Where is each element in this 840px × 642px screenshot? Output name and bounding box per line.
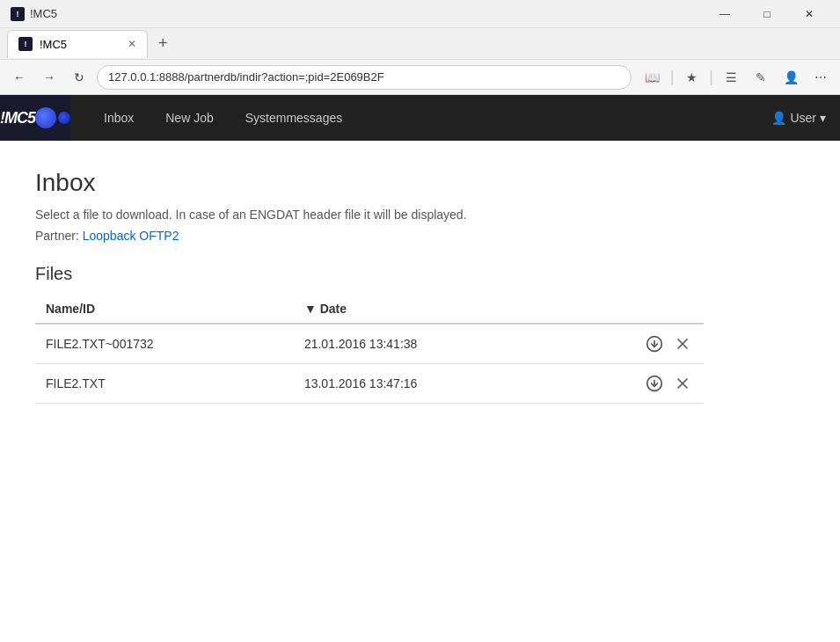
bookmark-icon[interactable]: ★	[679, 65, 704, 90]
logo-circles	[35, 107, 70, 128]
back-button[interactable]: ←	[7, 65, 32, 90]
file-date: 13.01.2016 13:47:16	[294, 364, 563, 404]
new-tab-button[interactable]: +	[151, 31, 175, 56]
action-icons-group	[573, 373, 693, 394]
nav-link-systemmessages[interactable]: Systemmessages	[230, 97, 358, 139]
page-description: Select a file to download. In case of an…	[35, 208, 805, 222]
nav-link-new-job[interactable]: New Job	[150, 97, 229, 139]
logo-circle-big	[35, 107, 56, 128]
table-row: FILE2.TXT13.01.2016 13:47:16	[35, 364, 704, 404]
user-menu[interactable]: 👤 User ▾	[757, 111, 840, 125]
file-name: FILE2.TXT~001732	[35, 324, 294, 364]
icon-separator2: |	[709, 68, 713, 86]
logo-circle-small	[58, 112, 70, 124]
table-header-row: Name/ID ▼ Date	[35, 295, 704, 324]
delete-button[interactable]	[672, 373, 693, 394]
tab-bar: ! !MC5 ✕ +	[0, 28, 840, 60]
files-heading: Files	[35, 264, 805, 284]
user-dropdown-icon: ▾	[820, 111, 826, 125]
active-tab[interactable]: ! !MC5 ✕	[7, 30, 148, 58]
download-button[interactable]	[644, 333, 665, 354]
address-bar[interactable]	[97, 65, 632, 90]
tabs-container: ! !MC5 ✕ +	[7, 30, 175, 58]
partner-line: Partner: Loopback OFTP2	[35, 229, 805, 243]
delete-button[interactable]	[672, 333, 693, 354]
page-title: Inbox	[35, 169, 805, 197]
main-content: Inbox Select a file to download. In case…	[0, 141, 840, 580]
window-controls: — □ ✕	[705, 0, 829, 28]
table-row: FILE2.TXT~00173221.01.2016 13:41:38	[35, 324, 704, 364]
forward-button[interactable]: →	[37, 65, 62, 90]
app-navbar: !MC5 Inbox New Job Systemmessages 👤 User…	[0, 95, 840, 141]
minimize-button[interactable]: —	[705, 0, 745, 28]
window-titlebar: ! !MC5 — □ ✕	[0, 0, 840, 28]
browser-controls: ← → ↻ 📖 | ★ | ☰ ✎ 👤 ⋯	[0, 60, 840, 95]
browser-icons: 📖 | ★ | ☰ ✎ 👤 ⋯	[640, 65, 833, 90]
edit-icon[interactable]: ✎	[749, 65, 773, 90]
action-icons-group	[573, 333, 693, 354]
window-title-text: ! !MC5	[11, 7, 57, 21]
file-actions	[563, 364, 704, 404]
nav-links: Inbox New Job Systemmessages	[70, 97, 358, 139]
app-logo: !MC5	[0, 95, 70, 141]
reader-view-icon[interactable]: 📖	[640, 65, 665, 90]
file-name: FILE2.TXT	[35, 364, 294, 404]
files-table: Name/ID ▼ Date FILE2.TXT~00173221.01.201…	[35, 295, 704, 404]
icon-separator: |	[670, 68, 675, 86]
partner-label: Partner:	[35, 229, 79, 243]
date-label: Date	[320, 302, 347, 316]
user-label: User	[790, 111, 816, 125]
tab-close-button[interactable]: ✕	[128, 38, 136, 50]
tab-title: !MC5	[40, 38, 67, 51]
col-header-actions	[563, 295, 704, 324]
hamburger-icon[interactable]: ☰	[719, 65, 743, 90]
more-icon[interactable]: ⋯	[808, 65, 833, 90]
file-date: 21.01.2016 13:41:38	[294, 324, 563, 364]
nav-link-inbox[interactable]: Inbox	[88, 97, 150, 139]
profile-icon[interactable]: 👤	[778, 65, 803, 90]
logo-text: !MC5	[0, 109, 35, 128]
sort-arrow[interactable]: ▼	[304, 302, 317, 316]
window-title-label: !MC5	[30, 7, 57, 20]
refresh-button[interactable]: ↻	[67, 65, 91, 90]
window-favicon: !	[11, 7, 25, 21]
tab-favicon: !	[18, 37, 33, 51]
file-actions	[563, 324, 704, 364]
maximize-button[interactable]: □	[747, 0, 787, 28]
partner-link[interactable]: Loopback OFTP2	[83, 229, 179, 243]
close-button[interactable]: ✕	[789, 0, 829, 28]
user-icon: 👤	[771, 111, 786, 125]
col-header-date: ▼ Date	[294, 295, 563, 324]
col-header-nameid: Name/ID	[35, 295, 294, 324]
download-button[interactable]	[644, 373, 665, 394]
